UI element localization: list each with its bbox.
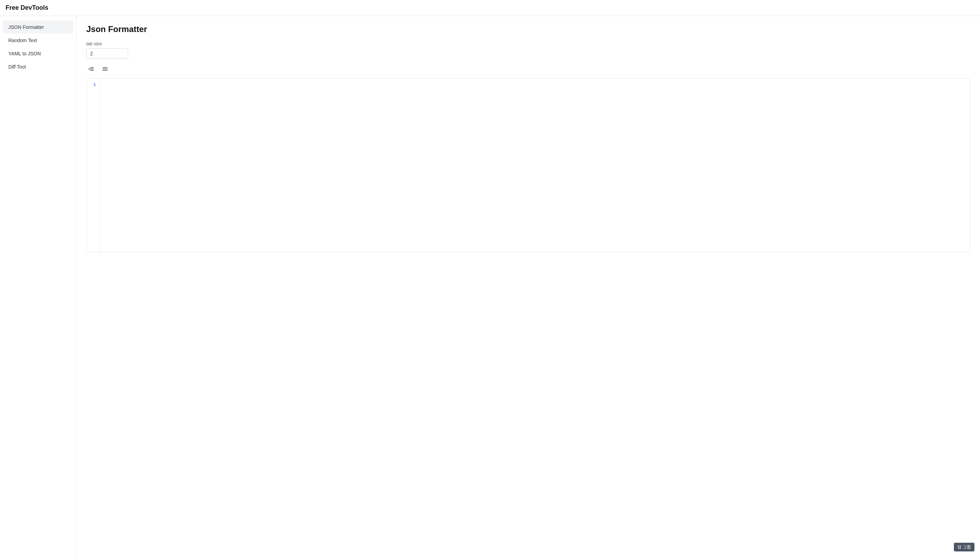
content-area: Json Formatter tab size ⌃ ⌄ — [76, 16, 980, 557]
tab-group-badge: 탭 그룹 — [954, 543, 974, 551]
tab-size-label: tab size — [86, 41, 970, 46]
top-bar: Free DevTools — [0, 0, 980, 16]
sidebar-item-diff-tool[interactable]: Diff Tool — [3, 60, 73, 73]
format-button[interactable] — [100, 64, 110, 74]
line-number: 1 — [91, 81, 96, 89]
line-numbers: 1 — [87, 79, 101, 252]
app-title: Free DevTools — [6, 4, 49, 11]
sidebar: JSON Formatter Random Text YAML to JSON … — [0, 16, 76, 557]
tab-size-input-wrapper: ⌃ ⌄ — [86, 48, 128, 59]
tab-size-section: tab size ⌃ ⌄ — [86, 41, 970, 59]
sidebar-item-json-formatter[interactable]: JSON Formatter — [3, 21, 73, 33]
minify-icon — [88, 66, 95, 73]
tab-size-input[interactable] — [87, 49, 128, 59]
minify-button[interactable] — [86, 64, 96, 74]
editor-area: 1 — [86, 78, 970, 252]
toolbar — [86, 64, 970, 74]
sidebar-item-random-text[interactable]: Random Text — [3, 34, 73, 47]
main-layout: JSON Formatter Random Text YAML to JSON … — [0, 16, 980, 557]
sidebar-item-yaml-to-json[interactable]: YAML to JSON — [3, 47, 73, 60]
format-icon — [102, 66, 109, 73]
page-title: Json Formatter — [86, 24, 970, 34]
code-editor[interactable] — [101, 79, 970, 252]
